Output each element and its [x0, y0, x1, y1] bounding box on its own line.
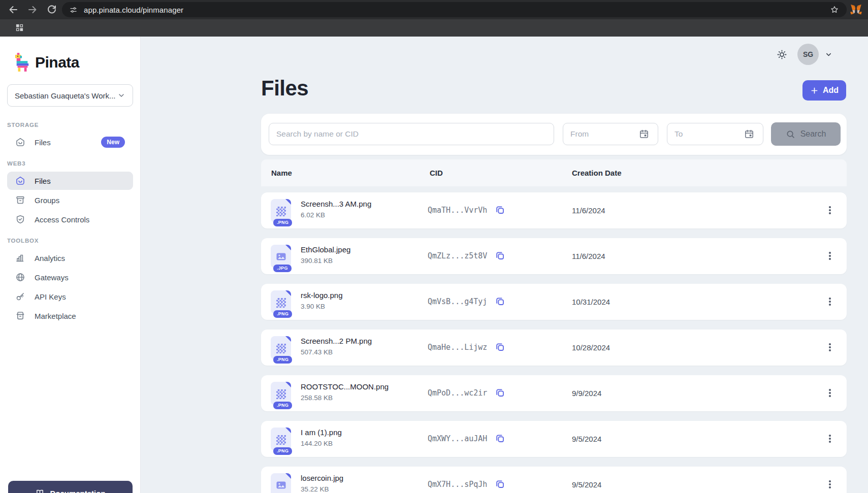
file-name: losercoin.jpg	[301, 474, 343, 482]
table-row[interactable]: .PNG Screensh...3 AM.png 6.02 KB QmaTH..…	[261, 192, 847, 228]
theme-toggle-sun-icon[interactable]	[776, 48, 788, 61]
files-icon	[15, 137, 25, 147]
url-text[interactable]: app.pinata.cloud/pinmanager	[84, 6, 183, 14]
sidebar-item-files[interactable]: Files	[7, 172, 133, 190]
file-type-icon: .PNG	[271, 336, 291, 359]
sidebar-section-label: TOOLBOX	[0, 237, 140, 245]
file-type-badge: .PNG	[273, 356, 292, 364]
page-title: Files	[261, 76, 308, 101]
row-menu-kebab-icon[interactable]	[826, 203, 833, 217]
browser-back-icon[interactable]	[7, 4, 19, 16]
file-type-badge: .PNG	[273, 402, 292, 409]
documentation-button[interactable]: Documentation	[8, 481, 133, 493]
copy-cid-icon[interactable]	[495, 433, 505, 444]
file-name: I am (1).png	[301, 428, 342, 437]
api-keys-icon	[15, 291, 25, 302]
sidebar-item-access-controls[interactable]: Access Controls	[7, 210, 133, 228]
sidebar-section-label: STORAGE	[0, 121, 140, 129]
workspace-selector[interactable]: Sebastian Guaqueta's Work...	[7, 84, 133, 107]
copy-cid-icon[interactable]	[495, 387, 505, 398]
browser-forward-icon[interactable]	[26, 4, 39, 16]
search-input[interactable]	[269, 123, 554, 145]
add-button[interactable]: Add	[802, 80, 846, 101]
browser-address-bar[interactable]: app.pinata.cloud/pinmanager	[62, 2, 847, 17]
file-size: 144.20 KB	[301, 440, 342, 447]
file-size: 390.81 KB	[301, 257, 350, 265]
sidebar-sections: STORAGEFilesNewWEB3FilesGroupsAccess Con…	[0, 121, 140, 325]
sidebar-item-analytics[interactable]: Analytics	[7, 249, 133, 267]
search-button[interactable]: Search	[771, 122, 841, 146]
sidebar-item-label: Analytics	[35, 254, 65, 262]
account-chevron-down-icon[interactable]	[825, 51, 832, 58]
file-type-badge: .PNG	[273, 219, 292, 226]
file-type-icon: .PNG	[271, 199, 291, 222]
table-row[interactable]: .PNG Screensh...2 PM.png 507.43 KB QmaHe…	[261, 330, 847, 366]
sidebar-item-gateways[interactable]: Gateways	[7, 268, 133, 286]
file-cid: QmVsB...g4Tyj	[428, 297, 487, 306]
gateways-icon	[15, 272, 25, 282]
table-row[interactable]: .PNG rsk-logo.png 3.90 KB QmVsB...g4Tyj …	[261, 284, 847, 320]
filter-bar: Search	[261, 114, 847, 155]
copy-cid-icon[interactable]	[495, 342, 505, 352]
documentation-label: Documentation	[50, 489, 105, 493]
pinata-logo[interactable]: Pinata	[0, 52, 140, 73]
file-size: 6.02 KB	[301, 211, 371, 219]
file-type-icon: .PNG	[271, 290, 291, 314]
file-creation-date: 11/6/2024	[572, 206, 605, 215]
files-icon	[15, 176, 25, 186]
browser-toolbar: app.pinata.cloud/pinmanager	[0, 0, 868, 19]
plus-icon	[810, 86, 819, 95]
column-header-creation-date: Creation Date	[572, 169, 622, 177]
apps-grid-icon[interactable]	[15, 23, 24, 32]
file-creation-date: 9/5/2024	[572, 480, 601, 489]
sidebar-item-marketplace[interactable]: Marketplace	[7, 307, 133, 325]
row-menu-kebab-icon[interactable]	[826, 432, 833, 446]
sidebar-item-label: API Keys	[35, 292, 66, 301]
file-type-icon: .PNG	[271, 428, 291, 451]
sidebar-item-files[interactable]: FilesNew	[7, 133, 133, 151]
site-settings-icon[interactable]	[69, 6, 78, 14]
copy-cid-icon[interactable]	[495, 250, 505, 261]
avatar[interactable]: SG	[797, 44, 819, 65]
copy-cid-icon[interactable]	[495, 205, 505, 215]
file-size: 507.43 KB	[301, 348, 372, 356]
sidebar-item-label: Marketplace	[35, 312, 76, 320]
table-row[interactable]: .PNG ROOTSTOC...MOON.png 258.58 KB QmPoD…	[261, 375, 847, 411]
sidebar-item-label: Groups	[35, 196, 59, 205]
row-menu-kebab-icon[interactable]	[826, 249, 833, 263]
file-cid: QmXWY...auJAH	[428, 434, 487, 443]
row-menu-kebab-icon[interactable]	[826, 294, 833, 309]
file-type-icon: .JPG	[271, 473, 291, 493]
table-row[interactable]: .PNG I am (1).png 144.20 KB QmXWY...auJA…	[261, 421, 847, 457]
file-size: 258.58 KB	[301, 394, 389, 402]
metamask-extension-icon[interactable]	[850, 4, 862, 15]
table-row[interactable]: .JPG losercoin.jpg 35.22 KB QmX7H...sPqJ…	[261, 467, 847, 493]
workspace-name: Sebastian Guaqueta's Work...	[15, 91, 117, 100]
file-cid: QmaHe...Lijwz	[428, 343, 487, 352]
copy-cid-icon[interactable]	[495, 479, 505, 489]
new-badge: New	[101, 137, 125, 148]
sidebar-section-label: WEB3	[0, 159, 140, 168]
file-type-icon: .PNG	[271, 382, 291, 405]
sidebar-item-groups[interactable]: Groups	[7, 191, 133, 209]
row-menu-kebab-icon[interactable]	[826, 386, 833, 400]
file-cid: QmX7H...sPqJh	[428, 480, 487, 489]
bookmark-star-icon[interactable]	[829, 5, 840, 15]
sidebar-item-api-keys[interactable]: API Keys	[7, 287, 133, 306]
browser-reload-icon[interactable]	[46, 4, 58, 16]
row-menu-kebab-icon[interactable]	[826, 340, 833, 354]
file-size: 3.90 KB	[301, 303, 343, 310]
file-name: EthGlobal.jpeg	[301, 245, 350, 254]
column-header-cid: CID	[430, 169, 443, 177]
date-from-input[interactable]	[563, 123, 658, 145]
date-to-input[interactable]	[667, 123, 763, 145]
table-row[interactable]: .JPG EthGlobal.jpeg 390.81 KB QmZLz...z5…	[261, 238, 847, 274]
file-creation-date: 9/5/2024	[572, 435, 601, 443]
file-creation-date: 10/31/2024	[572, 298, 610, 306]
copy-cid-icon[interactable]	[495, 296, 505, 307]
file-cid: QmPoD...wc2ir	[428, 388, 487, 398]
groups-icon	[15, 195, 25, 205]
sidebar-item-label: Access Controls	[35, 215, 89, 224]
row-menu-kebab-icon[interactable]	[826, 477, 833, 491]
file-creation-date: 10/28/2024	[572, 343, 610, 352]
